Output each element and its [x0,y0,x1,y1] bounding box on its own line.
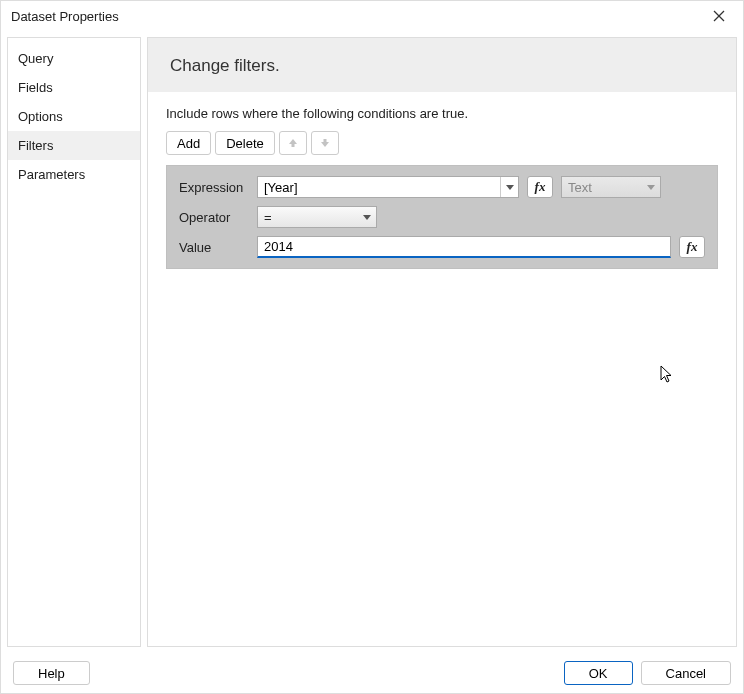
chevron-down-icon [363,215,371,220]
panel-instruction: Include rows where the following conditi… [148,92,736,129]
operator-value: = [264,210,272,225]
help-button[interactable]: Help [13,661,90,685]
arrow-up-icon [288,138,298,148]
expression-input[interactable] [264,177,518,197]
panel-header: Change filters. [148,38,736,92]
value-label: Value [179,240,249,255]
expression-row: Expression fx Text [179,176,705,198]
close-button[interactable] [705,6,733,26]
dialog-footer: Help OK Cancel [1,653,743,693]
dataset-properties-dialog: Dataset Properties Query Fields Options … [0,0,744,694]
footer-right: OK Cancel [564,661,731,685]
sidebar: Query Fields Options Filters Parameters [7,37,141,647]
main-panel: Change filters. Include rows where the f… [147,37,737,647]
operator-combo[interactable]: = [257,206,377,228]
cursor-icon [660,365,676,385]
sidebar-item-query[interactable]: Query [8,44,140,73]
operator-dropdown-button[interactable] [358,207,376,227]
value-row: Value fx [179,236,705,258]
close-icon [713,10,725,22]
titlebar: Dataset Properties [1,1,743,31]
expression-combo[interactable] [257,176,519,198]
sidebar-item-parameters[interactable]: Parameters [8,160,140,189]
filter-area: Expression fx Text [148,165,736,646]
ok-button[interactable]: OK [564,661,633,685]
value-fx-button[interactable]: fx [679,236,705,258]
operator-row: Operator = [179,206,705,228]
expression-fx-button[interactable]: fx [527,176,553,198]
type-dropdown-button [642,177,660,197]
value-input[interactable] [257,236,671,258]
filter-toolbar: Add Delete [148,129,736,165]
dialog-title: Dataset Properties [11,9,119,24]
chevron-down-icon [647,185,655,190]
move-down-button[interactable] [311,131,339,155]
sidebar-item-options[interactable]: Options [8,102,140,131]
add-button[interactable]: Add [166,131,211,155]
filter-row: Expression fx Text [166,165,718,269]
operator-label: Operator [179,210,249,225]
move-up-button[interactable] [279,131,307,155]
expression-dropdown-button[interactable] [500,177,518,197]
sidebar-item-fields[interactable]: Fields [8,73,140,102]
delete-button[interactable]: Delete [215,131,275,155]
cancel-button[interactable]: Cancel [641,661,731,685]
expression-label: Expression [179,180,249,195]
type-combo: Text [561,176,661,198]
type-value: Text [568,180,592,195]
chevron-down-icon [506,185,514,190]
sidebar-item-filters[interactable]: Filters [8,131,140,160]
arrow-down-icon [320,138,330,148]
dialog-body: Query Fields Options Filters Parameters … [1,31,743,653]
